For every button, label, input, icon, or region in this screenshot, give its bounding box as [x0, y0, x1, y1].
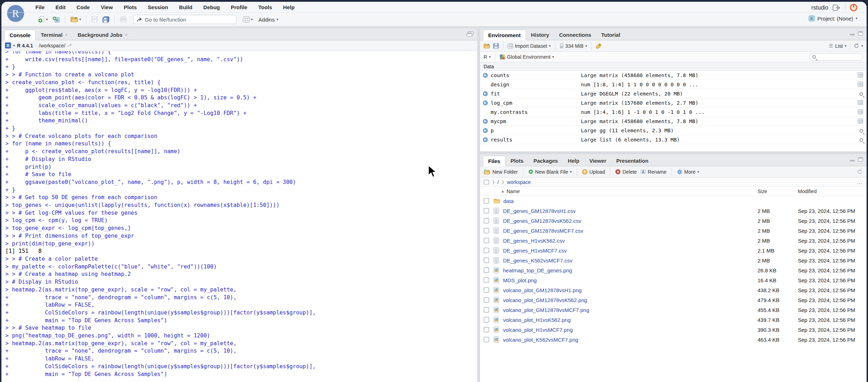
file-checkbox[interactable]	[484, 218, 489, 224]
expand-icon[interactable]: ▶	[483, 91, 488, 96]
save-icon[interactable]	[493, 43, 499, 49]
file-name-link[interactable]: volcano_plot_H1vsK562.png	[503, 317, 571, 323]
tab-background-jobs[interactable]: Background Jobs×	[73, 29, 132, 40]
file-checkbox[interactable]	[484, 238, 489, 243]
file-name-link[interactable]: heatmap_top_DE_genes.png	[503, 267, 572, 273]
tab-viewer[interactable]: Viewer	[584, 155, 611, 166]
power-button-icon[interactable]	[850, 4, 857, 11]
view-table-icon[interactable]	[858, 100, 863, 106]
menu-tools[interactable]: Tools	[258, 4, 272, 10]
upload-button[interactable]: Upload	[582, 169, 605, 175]
view-table-icon[interactable]	[858, 118, 863, 125]
new-folder-button[interactable]: New Folder	[484, 169, 518, 175]
expand-icon[interactable]: ▶	[483, 73, 488, 78]
maximize-pane-icon[interactable]	[858, 31, 863, 36]
tab-connections[interactable]: Connections	[554, 29, 596, 40]
file-checkbox[interactable]	[484, 198, 489, 204]
environment-object-row[interactable]: ▶log_cpmLarge matrix (157680 elements, 2…	[480, 98, 867, 108]
environment-object-row[interactable]: ▶fitLarge DGEGLM (22 elements, 20 MB)	[480, 89, 867, 98]
view-table-icon[interactable]	[858, 82, 863, 88]
tab-files[interactable]: Files	[483, 156, 506, 166]
file-checkbox[interactable]	[484, 337, 489, 342]
column-header-modified[interactable]: Modified	[798, 189, 817, 194]
file-name-link[interactable]: DE_genes_H1vsMCF7.csv	[503, 248, 567, 254]
environment-object-row[interactable]: ▶my.contrastsnum [1:4, 1:6] 1 -1 0 0 1 0…	[480, 108, 867, 117]
file-name-link[interactable]: volcano_plot_H1vsMCF7.png	[503, 327, 573, 333]
breadcrumb-folder[interactable]: workspace	[507, 179, 531, 185]
file-checkbox[interactable]	[484, 317, 489, 323]
menu-view[interactable]: View	[101, 4, 113, 10]
expand-icon[interactable]: ▶	[483, 119, 488, 124]
rename-button[interactable]: Rename	[640, 169, 667, 175]
column-header-name[interactable]: ▲ Name	[501, 189, 520, 194]
goto-file-function-input[interactable]: Go to file/function	[133, 15, 236, 24]
tab-history[interactable]: History	[526, 29, 554, 40]
new-project-button[interactable]: R	[51, 15, 61, 24]
file-name-link[interactable]: data	[503, 198, 514, 204]
tab-packages[interactable]: Packages	[529, 155, 563, 166]
memory-usage-button[interactable]: 334 MiB ▾	[560, 43, 587, 49]
view-table-icon[interactable]	[858, 73, 863, 79]
menu-edit[interactable]: Edit	[56, 4, 65, 10]
menu-plots[interactable]: Plots	[124, 4, 137, 10]
file-name-link[interactable]: volcano_plot_GM12878vsH1.png	[503, 287, 582, 293]
maximize-pane-icon[interactable]	[467, 31, 474, 37]
tab-environment[interactable]: Environment	[483, 30, 526, 40]
expand-icon[interactable]: ▶	[483, 128, 488, 133]
new-file-button[interactable]: ▾	[37, 15, 49, 24]
open-file-button[interactable]: ▾	[69, 16, 82, 23]
environment-object-row[interactable]: ▶pLarge gg (11 elements, 2.3 MB)	[480, 126, 867, 135]
console-body[interactable]: > for (name in names(results)) {+ write.…	[1, 51, 477, 382]
file-name-link[interactable]: DE_genes_GM12878vsH1.csv	[503, 208, 576, 214]
more-button[interactable]: More ▾	[677, 169, 699, 175]
file-checkbox[interactable]	[484, 277, 489, 283]
file-checkbox[interactable]	[484, 228, 489, 233]
environment-object-row[interactable]: ▶designnum [1:8, 1:4] 1 1 0 0 0 0 0 0 0 …	[480, 80, 867, 89]
file-checkbox[interactable]	[484, 248, 489, 253]
refresh-icon[interactable]	[854, 43, 859, 48]
close-icon[interactable]: ×	[125, 32, 128, 37]
language-selector[interactable]: R ▾	[484, 54, 491, 60]
file-checkbox[interactable]	[484, 297, 489, 303]
breadcrumb-more-button[interactable]: ...	[857, 179, 862, 185]
print-button[interactable]	[119, 16, 128, 23]
environment-object-row[interactable]: ▶mycpmLarge matrix (458680 elements, 7.8…	[480, 117, 867, 126]
file-checkbox[interactable]	[484, 208, 489, 214]
file-name-link[interactable]: volcano_plot_GM12878vsMCF7.png	[503, 307, 589, 313]
inspect-icon[interactable]	[860, 128, 863, 134]
expand-icon[interactable]: ▶	[483, 137, 488, 142]
inspect-icon[interactable]	[860, 137, 863, 143]
menu-build[interactable]: Build	[179, 4, 193, 10]
new-blank-file-button[interactable]: New Blank File ▾	[528, 169, 572, 175]
menu-debug[interactable]: Debug	[203, 4, 220, 10]
save-button[interactable]	[90, 16, 99, 23]
delete-button[interactable]: Delete	[615, 169, 636, 175]
maximize-pane-icon[interactable]	[858, 157, 863, 162]
file-name-link[interactable]: DE_genes_GM12878vsK562.csv	[503, 218, 581, 224]
goto-directory-icon[interactable]	[68, 43, 73, 48]
minimize-pane-icon[interactable]	[850, 157, 855, 162]
file-checkbox[interactable]	[484, 267, 489, 273]
file-name-link[interactable]: volcano_plot_K562vsMCF7.png	[503, 337, 578, 343]
menu-session[interactable]: Session	[148, 4, 168, 10]
project-selector[interactable]: R Project: (None) ▾	[809, 15, 857, 22]
inspect-icon[interactable]	[860, 91, 863, 97]
open-folder-icon[interactable]	[484, 43, 490, 49]
tab-help[interactable]: Help	[563, 155, 584, 166]
breadcrumb-root[interactable]: /	[497, 179, 499, 185]
menu-code[interactable]: Code	[76, 4, 90, 10]
file-name-link[interactable]: DE_genes_K562vsMCF7.csv	[503, 257, 572, 264]
menu-file[interactable]: File	[35, 4, 45, 10]
file-name-link[interactable]: MDS_plot.png	[503, 277, 537, 283]
list-view-button[interactable]: List ▾	[835, 43, 846, 49]
clear-objects-broom-icon[interactable]	[596, 43, 602, 49]
tab-plots[interactable]: Plots	[506, 155, 529, 166]
environment-object-row[interactable]: ▶countsLarge matrix (458680 elements, 7.…	[480, 71, 867, 80]
file-name-link[interactable]: volcano_plot_GM12878vsK562.png	[503, 297, 587, 303]
file-checkbox[interactable]	[484, 307, 489, 313]
minimize-pane-icon[interactable]	[850, 31, 855, 36]
import-dataset-button[interactable]: Import Dataset ▾	[508, 43, 551, 49]
sign-out-icon[interactable]	[833, 4, 841, 11]
file-checkbox[interactable]	[484, 257, 489, 263]
file-checkbox[interactable]	[484, 287, 489, 293]
